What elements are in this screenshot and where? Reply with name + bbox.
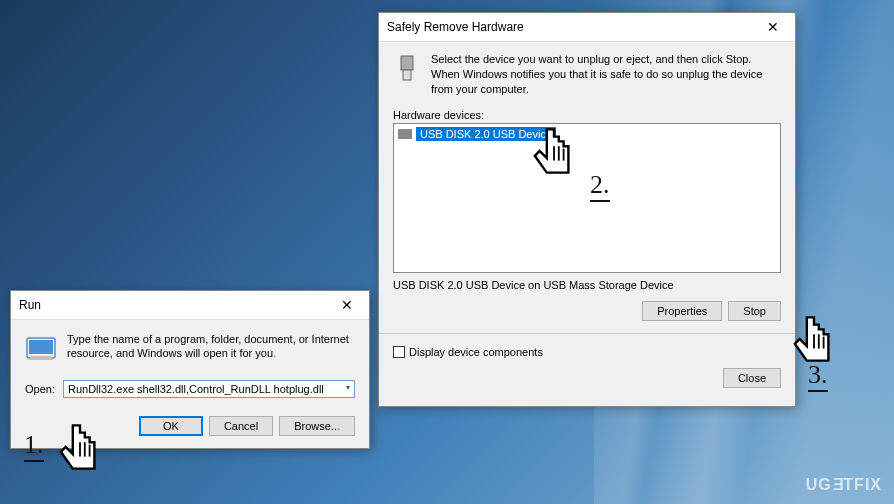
close-icon[interactable]: ✕ [759, 19, 787, 35]
open-input-value: RunDll32.exe shell32.dll,Control_RunDLL … [68, 383, 324, 395]
browse-button[interactable]: Browse... [279, 416, 355, 436]
ok-button[interactable]: OK [139, 416, 203, 436]
run-titlebar[interactable]: Run ✕ [11, 291, 369, 320]
chevron-down-icon[interactable]: ▾ [346, 383, 350, 392]
watermark: UGETFIX [806, 476, 882, 494]
run-icon [25, 332, 57, 364]
drive-icon [398, 129, 412, 139]
safely-remove-hardware-dialog: Safely Remove Hardware ✕ Select the devi… [378, 12, 796, 407]
device-status-text: USB DISK 2.0 USB Device on USB Mass Stor… [393, 279, 781, 291]
close-icon[interactable]: ✕ [333, 297, 361, 313]
run-title: Run [19, 298, 41, 312]
srh-description: Select the device you want to unplug or … [431, 52, 781, 97]
svg-rect-3 [29, 340, 53, 354]
step-2-label: 2. [590, 170, 610, 202]
open-label: Open: [25, 383, 55, 395]
properties-button[interactable]: Properties [642, 301, 722, 321]
svg-rect-1 [403, 70, 411, 80]
display-components-label: Display device components [409, 346, 543, 358]
open-input[interactable]: RunDll32.exe shell32.dll,Control_RunDLL … [63, 380, 355, 398]
cancel-button[interactable]: Cancel [209, 416, 273, 436]
srh-titlebar[interactable]: Safely Remove Hardware ✕ [379, 13, 795, 42]
device-item-label: USB DISK 2.0 USB Device [416, 127, 556, 141]
step-1-label: 1. [24, 430, 44, 462]
close-button[interactable]: Close [723, 368, 781, 388]
list-item[interactable]: USB DISK 2.0 USB Device [396, 126, 778, 142]
hardware-devices-list[interactable]: USB DISK 2.0 USB Device [393, 123, 781, 273]
usb-eject-icon [393, 52, 421, 88]
srh-title: Safely Remove Hardware [387, 20, 524, 34]
run-description: Type the name of a program, folder, docu… [67, 332, 355, 361]
stop-button[interactable]: Stop [728, 301, 781, 321]
divider [379, 333, 795, 334]
run-dialog: Run ✕ Type the name of a program, folder… [10, 290, 370, 449]
display-components-checkbox[interactable] [393, 346, 405, 358]
hardware-devices-label: Hardware devices: [393, 109, 781, 121]
svg-rect-0 [401, 56, 413, 70]
step-3-label: 3. [808, 360, 828, 392]
